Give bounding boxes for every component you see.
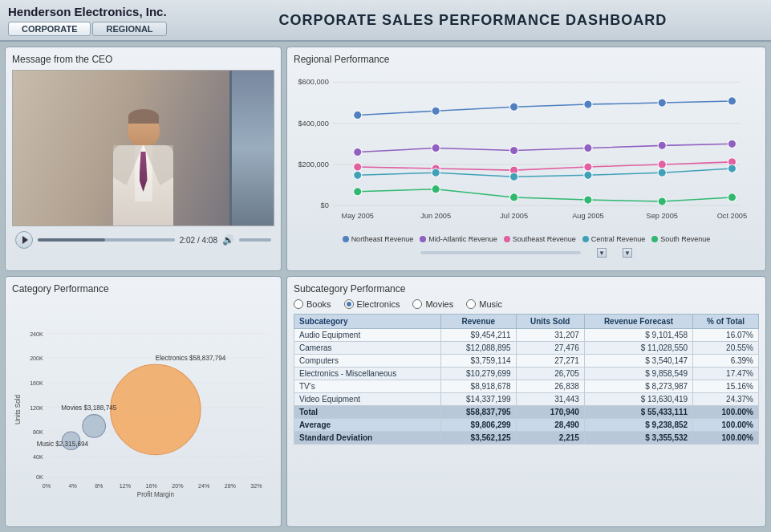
ceo-image	[12, 70, 274, 226]
tab-regional[interactable]: REGIONAL	[92, 22, 166, 36]
svg-text:120K: 120K	[30, 405, 43, 412]
scroll-arrow-left[interactable]: ▼	[597, 248, 607, 258]
tab-music-label: Music	[479, 299, 502, 309]
svg-point-15	[432, 107, 440, 115]
cell-revenue: $12,088,895	[441, 342, 517, 355]
legend-dot-south	[651, 236, 658, 242]
legend-label-southeast: Southeast Revenue	[513, 235, 576, 243]
tab-movies-label: Movies	[425, 299, 453, 309]
regional-scrollbar: ▼ ▼	[294, 246, 759, 259]
svg-point-37	[728, 164, 736, 173]
tab-books-label: Books	[306, 299, 331, 309]
svg-point-35	[584, 171, 592, 179]
regional-chart-svg: $600,000 $400,000 $200,000 $0 May 2005 J…	[294, 70, 759, 230]
cell-subcategory: TV's	[294, 380, 441, 393]
play-icon	[22, 236, 28, 244]
cell-units: 27,271	[516, 355, 584, 368]
svg-text:20%: 20%	[172, 483, 184, 489]
svg-point-14	[354, 111, 362, 119]
svg-text:8%: 8%	[95, 483, 103, 489]
cell-revenue: $9,454,211	[441, 329, 517, 342]
cell-revenue: $3,759,114	[441, 355, 517, 368]
subcategory-table: Subcategory Revenue Units Sold Revenue F…	[294, 314, 759, 445]
svg-point-26	[354, 163, 362, 171]
scroll-track[interactable]	[420, 251, 581, 254]
cell-total-pct: 100.00%	[693, 406, 759, 419]
radio-books[interactable]	[294, 299, 303, 309]
bubble-chart-container: Units Sold 240K 200K 160K 120K 80K 40K 0…	[12, 299, 274, 520]
cell-total-forecast: $ 55,433,111	[584, 406, 692, 419]
ceo-panel-title: Message from the CEO	[12, 54, 274, 65]
tab-movies[interactable]: Movies	[412, 299, 453, 309]
table-body: Audio Equipment $9,454,211 31,207 $ 9,10…	[294, 329, 759, 445]
legend-northeast: Northeast Revenue	[343, 235, 414, 243]
play-button[interactable]	[15, 231, 33, 249]
cell-forecast: $ 9,858,549	[584, 368, 692, 380]
svg-point-19	[728, 97, 736, 105]
cell-avg-units: 28,490	[516, 419, 584, 432]
svg-point-33	[432, 169, 440, 177]
tab-music[interactable]: Music	[466, 299, 502, 309]
cell-std-forecast: $ 3,355,532	[584, 432, 692, 445]
svg-point-71	[83, 415, 106, 438]
tab-books[interactable]: Books	[294, 299, 331, 309]
svg-point-23	[584, 144, 592, 152]
cell-revenue: $8,918,678	[441, 380, 517, 393]
cell-pct: 17.47%	[693, 368, 759, 380]
tab-electronics[interactable]: Electronics	[344, 299, 400, 309]
cell-forecast: $ 13,630,419	[584, 393, 692, 406]
volume-slider[interactable]	[239, 238, 271, 242]
cell-subcategory: Audio Equipment	[294, 329, 441, 342]
category-panel-title: Category Performance	[12, 283, 274, 294]
cell-forecast: $ 8,273,987	[584, 380, 692, 393]
tab-corporate[interactable]: CORPORATE	[8, 22, 91, 36]
chart-legend: Northeast Revenue Mid-Atlantic Revenue S…	[294, 235, 759, 243]
table-std-row: Standard Deviation $3,562,125 2,215 $ 3,…	[294, 432, 759, 445]
legend-label-midatlantic: Mid-Atlantic Revenue	[428, 235, 497, 243]
bubble-chart-svg: Units Sold 240K 200K 160K 120K 80K 40K 0…	[12, 299, 274, 520]
cell-std-units: 2,215	[516, 432, 584, 445]
svg-point-21	[432, 144, 440, 152]
col-header-units: Units Sold	[516, 315, 584, 329]
svg-text:Music $2,315,694: Music $2,315,694	[37, 441, 89, 448]
cell-total-units: 170,940	[516, 406, 584, 419]
legend-central: Central Revenue	[582, 235, 646, 243]
time-display: 2:02 / 4:08	[180, 236, 217, 245]
svg-text:24%: 24%	[198, 483, 210, 489]
cell-pct: 6.39%	[693, 355, 759, 368]
cell-avg-forecast: $ 9,238,852	[584, 419, 692, 432]
svg-text:0%: 0%	[43, 483, 51, 489]
cell-std-label: Standard Deviation	[294, 432, 441, 445]
cell-std-pct: 100.00%	[693, 432, 759, 445]
regional-panel: Regional Performance $600,000 $400,000 $…	[286, 47, 766, 271]
progress-bar[interactable]	[38, 238, 175, 242]
radio-electronics[interactable]	[344, 299, 354, 309]
svg-point-42	[658, 197, 666, 205]
svg-text:Aug 2005: Aug 2005	[572, 212, 603, 220]
table-row: Cameras $12,088,895 27,476 $ 11,028,550 …	[294, 342, 759, 355]
svg-text:Jun 2005: Jun 2005	[420, 212, 451, 220]
svg-point-39	[432, 185, 440, 193]
legend-midatlantic: Mid-Atlantic Revenue	[420, 235, 497, 243]
cell-forecast: $ 9,101,458	[584, 329, 692, 342]
col-header-subcategory: Subcategory	[294, 315, 441, 329]
svg-point-34	[509, 173, 517, 181]
svg-text:28%: 28%	[225, 483, 237, 489]
cell-units: 26,705	[516, 368, 584, 380]
svg-text:Units Sold: Units Sold	[14, 394, 22, 424]
cell-subcategory: Cameras	[294, 342, 441, 355]
cell-revenue: $10,279,699	[441, 368, 517, 380]
subcategory-panel-title: Subcategory Performance	[294, 283, 759, 294]
cell-forecast: $ 3,540,147	[584, 355, 692, 368]
progress-fill	[38, 238, 105, 242]
cell-total-label: Total	[294, 406, 441, 419]
legend-dot-midatlantic	[420, 236, 426, 242]
scroll-arrow-right[interactable]: ▼	[623, 248, 632, 258]
cell-subcategory: Electronics - Miscellaneous	[294, 368, 441, 380]
radio-movies[interactable]	[412, 299, 422, 309]
tab-electronics-label: Electronics	[357, 299, 400, 309]
svg-text:240K: 240K	[30, 331, 43, 338]
svg-text:Movies $3,188,745: Movies $3,188,745	[61, 404, 116, 412]
legend-label-south: South Revenue	[660, 235, 710, 243]
radio-music[interactable]	[466, 299, 476, 309]
